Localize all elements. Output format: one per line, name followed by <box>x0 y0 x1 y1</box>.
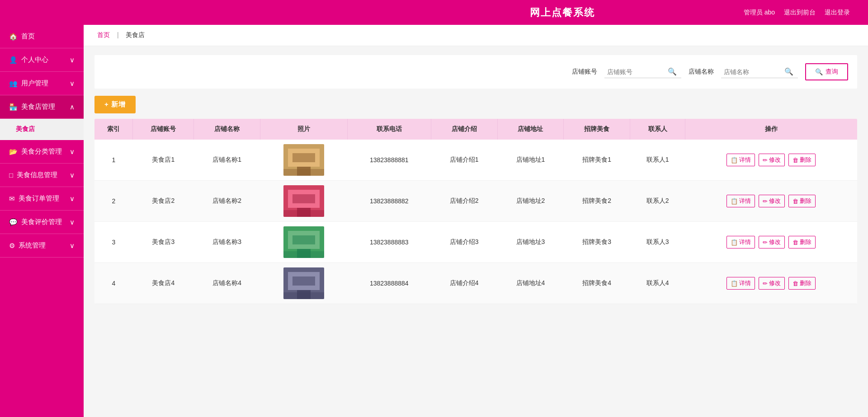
category-mgmt-icon: 📂 <box>9 148 18 156</box>
table-row: 2 美食店2 店铺名称2 13823888882 店铺介绍2 店铺地址2 招牌美… <box>94 181 857 222</box>
svg-rect-12 <box>292 235 315 244</box>
col-index: 索引 <box>94 119 133 140</box>
cell-contact: 联系人2 <box>630 181 685 222</box>
detail-button[interactable]: 📋 详情 <box>726 236 755 248</box>
search-name-input[interactable] <box>724 68 783 75</box>
action-buttons: 📋 详情 ✏ 修改 🗑 删除 <box>690 277 853 290</box>
svg-rect-17 <box>292 276 315 286</box>
system-mgmt-arrow-icon: ∨ <box>70 242 75 250</box>
detail-icon: 📋 <box>731 280 738 287</box>
sidebar-item-review-mgmt[interactable]: 💬 美食评价管理 ∨ <box>0 211 84 234</box>
table-body: 1 美食店1 店铺名称1 13823888881 店铺介绍1 店铺地址1 招牌美… <box>94 140 857 304</box>
cell-phone: 13823888882 <box>347 181 431 222</box>
logout-link[interactable]: 退出登录 <box>825 9 850 17</box>
order-mgmt-arrow-icon: ∨ <box>70 195 75 203</box>
cell-index: 2 <box>94 181 133 222</box>
edit-button[interactable]: ✏ 修改 <box>759 277 785 290</box>
sidebar-item-restaurant[interactable]: 美食店 <box>0 119 84 140</box>
personal-icon: 👤 <box>9 56 18 64</box>
sidebar-item-food-mgmt[interactable]: □ 美食信息管理 ∨ <box>0 164 84 187</box>
user-mgmt-icon: 👥 <box>9 80 18 88</box>
cell-index: 4 <box>94 263 133 304</box>
col-address: 店铺地址 <box>497 119 564 140</box>
sidebar-review-mgmt-label: 美食评价管理 <box>21 218 70 226</box>
detail-button[interactable]: 📋 详情 <box>726 195 755 207</box>
search-account-icon-btn[interactable]: 🔍 <box>666 67 679 76</box>
search-field2-label: 店铺名称 <box>689 68 714 76</box>
table-row: 1 美食店1 店铺名称1 13823888881 店铺介绍1 店铺地址1 招牌美… <box>94 140 857 181</box>
edit-button[interactable]: ✏ 修改 <box>759 236 785 248</box>
cell-signature: 招牌美食2 <box>564 181 630 222</box>
store-photo-svg <box>283 226 324 258</box>
search-btn-icon: 🔍 <box>815 68 823 75</box>
cell-name: 店铺名称3 <box>194 222 260 263</box>
delete-icon: 🗑 <box>793 239 798 246</box>
main-content: 首页 | 美食店 店铺账号 🔍 店铺名称 🔍 🔍 查询 <box>84 25 868 417</box>
search-field1-wrap: 🔍 <box>604 66 681 78</box>
delete-button[interactable]: 🗑 删除 <box>788 277 816 290</box>
cell-account: 美食店4 <box>133 263 194 304</box>
goto-frontend-link[interactable]: 退出到前台 <box>784 9 816 17</box>
edit-button[interactable]: ✏ 修改 <box>759 154 785 166</box>
search-name-icon-btn[interactable]: 🔍 <box>783 67 795 76</box>
action-buttons: 📋 详情 ✏ 修改 🗑 删除 <box>690 154 853 166</box>
cell-account: 美食店3 <box>133 222 194 263</box>
search-button[interactable]: 🔍 查询 <box>805 63 848 80</box>
cell-address: 店铺地址4 <box>497 263 564 304</box>
edit-label: 修改 <box>769 156 781 164</box>
restaurant-mgmt-arrow-icon: ∧ <box>70 103 75 111</box>
search-field2-wrap: 🔍 <box>721 66 798 78</box>
detail-button[interactable]: 📋 详情 <box>726 154 755 166</box>
edit-button[interactable]: ✏ 修改 <box>759 195 785 207</box>
header-actions: 管理员 abo 退出到前台 退出登录 <box>744 9 850 17</box>
edit-icon: ✏ <box>763 198 768 205</box>
sidebar-item-system-mgmt[interactable]: ⚙ 系统管理 ∨ <box>0 234 84 258</box>
personal-arrow-icon: ∨ <box>70 56 75 64</box>
sidebar-restaurant-mgmt-label: 美食店管理 <box>21 103 70 111</box>
delete-label: 删除 <box>800 156 811 164</box>
home-icon: 🏠 <box>9 33 18 41</box>
restaurant-sub-label: 美食店 <box>16 125 35 132</box>
col-intro: 店铺介绍 <box>431 119 497 140</box>
detail-button[interactable]: 📋 详情 <box>726 277 755 290</box>
sidebar-item-category-mgmt[interactable]: 📂 美食分类管理 ∨ <box>0 140 84 164</box>
sidebar-item-order-mgmt[interactable]: ✉ 美食订单管理 ∨ <box>0 187 84 211</box>
cell-photo <box>260 140 348 181</box>
delete-label: 删除 <box>800 238 811 246</box>
cell-intro: 店铺介绍2 <box>431 181 497 222</box>
cell-contact: 联系人3 <box>630 222 685 263</box>
svg-rect-4 <box>283 169 324 176</box>
sidebar-food-mgmt-label: 美食信息管理 <box>17 171 70 179</box>
cell-contact: 联系人4 <box>630 263 685 304</box>
sidebar-item-personal[interactable]: 👤 个人中心 ∨ <box>0 48 84 72</box>
search-field1-label: 店铺账号 <box>572 68 597 76</box>
delete-button[interactable]: 🗑 删除 <box>788 236 816 248</box>
delete-button[interactable]: 🗑 删除 <box>788 154 816 166</box>
col-action: 操作 <box>685 119 857 140</box>
delete-button[interactable]: 🗑 删除 <box>788 195 816 207</box>
sidebar-item-home[interactable]: 🏠 首页 <box>0 25 84 48</box>
cell-phone: 13823888884 <box>347 263 431 304</box>
delete-icon: 🗑 <box>793 280 798 287</box>
sidebar-item-user-mgmt[interactable]: 👥 用户管理 ∨ <box>0 72 84 95</box>
edit-label: 修改 <box>769 279 781 287</box>
cell-action: 📋 详情 ✏ 修改 🗑 删除 <box>685 263 857 304</box>
breadcrumb-home[interactable]: 首页 <box>97 31 110 38</box>
user-mgmt-arrow-icon: ∨ <box>70 80 75 88</box>
store-photo-svg <box>283 267 324 299</box>
sidebar-item-restaurant-mgmt[interactable]: 🏪 美食店管理 ∧ <box>0 95 84 119</box>
search-btn-label: 查询 <box>826 68 838 76</box>
detail-label: 详情 <box>739 279 751 287</box>
add-restaurant-button[interactable]: + 新增 <box>94 96 136 113</box>
col-name: 店铺名称 <box>194 119 260 140</box>
cell-address: 店铺地址1 <box>497 140 564 181</box>
store-photo-svg <box>283 185 324 217</box>
cell-address: 店铺地址3 <box>497 222 564 263</box>
table-row: 3 美食店3 店铺名称3 13823888883 店铺介绍3 店铺地址3 招牌美… <box>94 222 857 263</box>
edit-icon: ✏ <box>763 239 768 246</box>
cell-signature: 招牌美食3 <box>564 222 630 263</box>
breadcrumb-current: 美食店 <box>126 31 145 38</box>
search-account-input[interactable] <box>607 68 666 75</box>
cell-action: 📋 详情 ✏ 修改 🗑 删除 <box>685 222 857 263</box>
cell-index: 1 <box>94 140 133 181</box>
